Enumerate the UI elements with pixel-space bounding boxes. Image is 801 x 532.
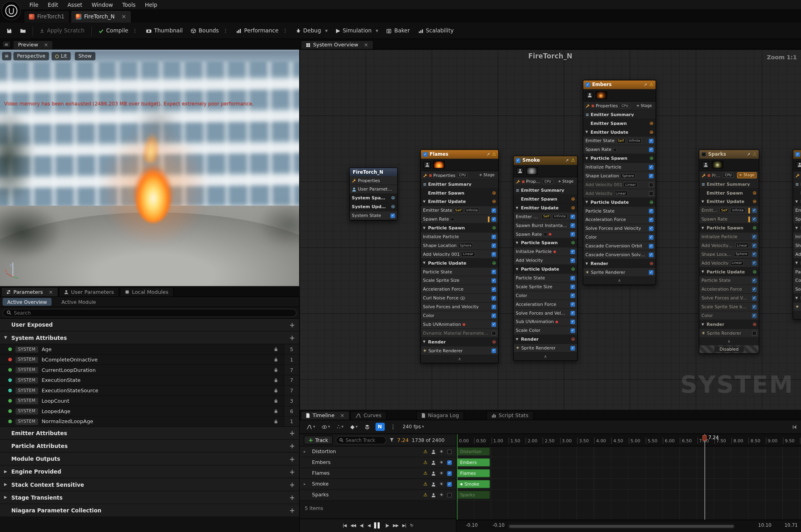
mod-row-color[interactable]: Color✓ — [793, 276, 801, 285]
param-section-niagara-parameter-collection[interactable]: Niagara Parameter Collection+ — [0, 504, 299, 517]
add-stage-button[interactable]: + Stage — [635, 103, 654, 108]
step-back-button[interactable]: ◀| — [360, 524, 363, 528]
track-row-flames[interactable]: Flames⚠☀✓ — [300, 468, 456, 479]
timeline-lane-area[interactable]: 0.000.501.001.502.002.503.003.504.004.50… — [457, 434, 801, 532]
add-module-icon[interactable]: ⊕ — [492, 199, 496, 204]
cat-row-particle-update[interactable]: ▼Particle Update⊕ — [699, 267, 759, 276]
mod-row-emitter-state[interactable]: Emitter StateSelfInfinite✓ — [699, 206, 759, 215]
expand-arrow-icon[interactable]: ▼ — [516, 241, 519, 244]
asset-tab-firetorch-n[interactable]: FireTorch_N× — [70, 10, 131, 23]
emitter-header[interactable]: ✓Distortion↗⚠ — [793, 150, 801, 159]
sum-row-emitter-summary[interactable]: ≡Emitter Summary — [584, 110, 656, 119]
mod-row-sprite-renderer[interactable]: ☀Sprite Renderer✓ — [514, 344, 577, 353]
preview-tab-preview[interactable]: Preview× — [13, 40, 53, 49]
filter-icon[interactable] — [389, 438, 394, 442]
module-enabled-checkbox[interactable]: ✓ — [649, 209, 654, 213]
add-module-icon[interactable]: ⊕ — [391, 195, 395, 200]
open-emitter-icon[interactable]: ↗ — [566, 159, 569, 163]
mod-row-add-velocity[interactable]: Add VelocityLinear✓ — [793, 250, 801, 259]
mod-row-cascade-conversion-solve-orbit[interactable]: Cascade Conversion Solve Orbit✓ — [584, 251, 656, 259]
lane-sparks[interactable]: Sparks — [457, 490, 801, 500]
lane-flames[interactable]: Flames — [457, 468, 801, 479]
module-enabled-checkbox[interactable]: ✓ — [649, 165, 654, 169]
module-enabled-checkbox[interactable]: ✓ — [570, 249, 575, 254]
emitter-enabled-checkbox[interactable]: ✓ — [586, 82, 590, 87]
range-end-value[interactable]: 10.71 — [785, 523, 798, 528]
playhead-line[interactable] — [705, 434, 705, 520]
module-enabled-checkbox[interactable]: ✓ — [491, 208, 496, 213]
param-section-particle-attributes[interactable]: Particle Attributes+ — [0, 440, 299, 452]
expand-arrow-icon[interactable]: ▼ — [516, 267, 519, 271]
expand-arrow-icon[interactable]: ▼ — [516, 337, 519, 341]
module-enabled-checkbox[interactable]: ✓ — [752, 217, 757, 222]
add-parameter-button[interactable]: + — [290, 456, 295, 462]
module-enabled-checkbox[interactable]: ✓ — [491, 243, 496, 248]
cat-row-particle-update[interactable]: ▼Particle Update⊕ — [584, 198, 656, 207]
baker-button[interactable]: Baker — [383, 26, 413, 36]
system-row-properties[interactable]: Properties — [350, 176, 397, 185]
timeline-tab-script-stats[interactable]: Script Stats — [486, 411, 533, 420]
keyframe-options[interactable]: ◆▾ — [348, 422, 360, 431]
module-disabled-checkbox[interactable] — [752, 331, 757, 335]
expand-arrow-icon[interactable]: ▼ — [586, 157, 589, 160]
mod-row-spawn-rate[interactable]: Spawn Rate✓ — [421, 215, 498, 224]
mod-row-particle-state[interactable]: Particle State✓ — [584, 207, 656, 215]
track-row-sparks[interactable]: Sparks⚠☀ — [300, 490, 456, 500]
module-enabled-checkbox[interactable]: ✓ — [752, 313, 757, 318]
lane-smoke[interactable]: ◆Smoke — [457, 479, 801, 490]
track-enabled-checkbox[interactable]: ✓ — [447, 482, 452, 486]
module-disabled-checkbox[interactable] — [649, 182, 654, 187]
module-enabled-checkbox[interactable]: ✓ — [491, 234, 496, 239]
add-stage-button[interactable]: + Stage — [477, 173, 496, 178]
track-search-input[interactable] — [346, 438, 380, 443]
add-module-icon[interactable]: ⊕ — [492, 191, 496, 195]
add-parameter-button[interactable]: + — [290, 494, 295, 501]
module-enabled-checkbox[interactable]: ✓ — [570, 345, 575, 350]
add-module-icon[interactable]: ⊕ — [492, 225, 496, 230]
props-row-properties[interactable]: PropertiesCPU+ Stage — [421, 171, 498, 180]
mod-row-spawn-rate[interactable]: Spawn Rate✓ — [793, 215, 801, 224]
expand-arrow-icon[interactable]: ▼ — [795, 261, 799, 265]
clip-smoke[interactable]: ◆Smoke — [457, 480, 490, 488]
mod-row-solve-forces-and-velocity[interactable]: Solve Forces and Velocity✓ — [514, 309, 577, 317]
track-search-box[interactable] — [336, 436, 386, 444]
track-enabled-checkbox[interactable]: ✓ — [447, 471, 452, 476]
view-end-value[interactable]: 10.10 — [758, 523, 771, 528]
parameter-row-loopedage[interactable]: SYSTEMLoopedAge6 — [0, 406, 299, 417]
param-section-engine-provided[interactable]: ▶Engine Provided+ — [0, 466, 299, 478]
mod-row-color[interactable]: Color✓ — [699, 311, 759, 320]
props-row-properties[interactable]: PropertiesCPU+ Stage — [584, 102, 656, 110]
mod-row-add-velocity-001[interactable]: Add Velocity 001Linear✓ — [699, 241, 759, 250]
module-disabled-checkbox[interactable] — [491, 331, 496, 335]
module-enabled-checkbox[interactable]: ✓ — [570, 275, 575, 280]
props-row-properties[interactable]: PropertiesCPU+ Stage — [793, 171, 801, 180]
current-time[interactable]: 7.24 — [397, 438, 409, 443]
mod-row-emitter-state[interactable]: Emitter StateSelfInfinite✓ — [421, 206, 498, 215]
close-icon[interactable]: × — [48, 289, 53, 295]
module-enabled-checkbox[interactable]: ✓ — [752, 252, 757, 257]
param-section-emitter-attributes[interactable]: Emitter Attributes+ — [0, 427, 299, 440]
active-module-tab[interactable]: Active Module — [57, 298, 101, 306]
collapse-stack-button[interactable]: ∧ — [699, 338, 759, 345]
add-module-icon[interactable]: ⊕ — [492, 261, 496, 265]
pause-button[interactable]: ▌▌ — [374, 523, 381, 528]
more-options-icon[interactable]: ⋮ — [283, 28, 288, 33]
track-enabled-checkbox[interactable]: ✓ — [447, 460, 452, 465]
module-enabled-checkbox[interactable]: ✓ — [570, 223, 575, 228]
mod-row-sub-uvanimation[interactable]: Sub UVAnimation✓ — [514, 317, 577, 326]
mod-row-add-velocity[interactable]: Add VelocityLinear — [584, 189, 656, 198]
cat-row-particle-update[interactable]: ▼Particle Update⊕ — [421, 259, 498, 267]
cat-row-emitter-spawn[interactable]: Emitter Spawn⊕ — [421, 189, 498, 197]
module-enabled-checkbox[interactable]: ✓ — [649, 243, 654, 248]
expand-arrow-icon[interactable]: ▼ — [423, 200, 427, 203]
mod-row-acceleration-force[interactable]: Acceleration Force✓ — [699, 285, 759, 294]
cat-row-emitter-update[interactable]: ▼Emitter Update⊕ — [699, 197, 759, 206]
mod-row-acceleration-force[interactable]: Acceleration Force✓ — [421, 285, 498, 294]
emitter-header[interactable]: ✓Flames↗⚠ — [421, 150, 498, 159]
module-enabled-checkbox[interactable]: ✓ — [491, 322, 496, 327]
step-forward-button[interactable]: |▶ — [385, 524, 389, 528]
module-enabled-checkbox[interactable]: ✓ — [649, 252, 654, 257]
cat-row-emitter-update[interactable]: ▼Emitter Update⊕ — [793, 197, 801, 206]
module-enabled-checkbox[interactable]: ✓ — [752, 304, 757, 309]
module-disabled-checkbox[interactable] — [649, 191, 654, 196]
